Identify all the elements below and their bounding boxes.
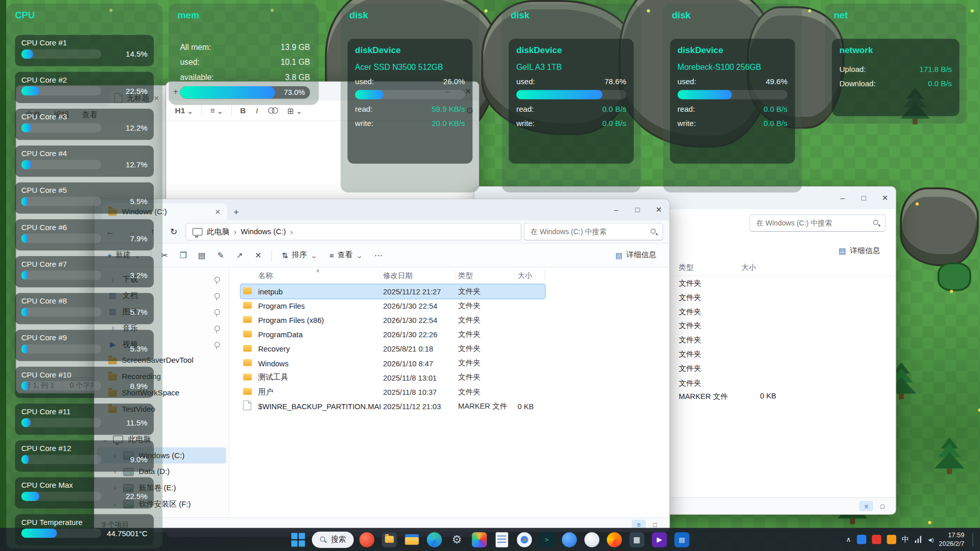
- file-row[interactable]: 用户 2025/11/8 10:37 文件夹: [240, 385, 545, 399]
- column-type[interactable]: 类型: [679, 263, 694, 273]
- minimize-icon[interactable]: –: [832, 187, 853, 209]
- delete-icon[interactable]: ✕: [250, 247, 267, 263]
- taskbar-steam[interactable]: [583, 531, 601, 549]
- list-button[interactable]: ≡ ⌄: [207, 104, 227, 117]
- view-icon: ≡: [330, 251, 334, 260]
- cpu-temperature-row: CPU Temperature 44.75001°C: [15, 514, 154, 545]
- column-size[interactable]: 大小: [515, 270, 545, 281]
- desktop: 无标题 ✕ 文件 编辑 查看 行 1, 列 1 0 个字符 + – ✕ H1 ⌄: [0, 0, 980, 551]
- heading-button[interactable]: H1 ⌄: [172, 104, 198, 117]
- taskbar-browser-blue[interactable]: [560, 531, 579, 549]
- italic-button[interactable]: I: [252, 104, 262, 116]
- chevron-down-icon: ⌄: [311, 251, 317, 260]
- column-name[interactable]: ∧ 名称: [256, 270, 381, 281]
- taskbar-clock[interactable]: 17:59 2026/2/7: [939, 531, 964, 548]
- thumbnail-view-toggle[interactable]: □: [876, 501, 890, 511]
- chevron-down-icon: ⌄: [187, 106, 193, 115]
- file-row[interactable]: 测试工具 2025/11/8 13:01 文件夹: [240, 370, 545, 385]
- new-tab-button[interactable]: +: [227, 203, 246, 220]
- breadcrumb-this-pc[interactable]: 此电脑: [207, 227, 229, 237]
- breadcrumb[interactable]: 此电脑 › Windows (C:) ›: [186, 223, 522, 240]
- widget-title: net: [834, 9, 848, 20]
- disk-device-name: Acer SSD N3500 512GB: [355, 62, 465, 71]
- taskbar-edge[interactable]: [425, 531, 444, 549]
- taskbar-firefox[interactable]: [605, 531, 624, 549]
- system-tray: ∧ 中 ◄) 17:59 2026/2/7: [846, 528, 975, 551]
- close-icon[interactable]: ✕: [648, 199, 670, 221]
- taskbar-notepad[interactable]: [493, 531, 511, 549]
- cpu-core-row: CPU Core #8 5.7%: [15, 293, 154, 324]
- show-desktop-button[interactable]: [972, 533, 975, 546]
- copy-icon[interactable]: ❐: [175, 247, 192, 263]
- tray-app-icon-blue[interactable]: [856, 535, 866, 544]
- tray-app-icon-red[interactable]: [872, 535, 881, 544]
- taskbar-file-explorer[interactable]: [403, 531, 421, 549]
- minimize-icon[interactable]: –: [606, 199, 627, 221]
- maximize-icon[interactable]: □: [853, 187, 874, 209]
- folder-icon: [243, 302, 252, 308]
- bold-button[interactable]: B: [236, 104, 250, 116]
- details-view-button[interactable]: ▤ 详细信息: [610, 247, 662, 264]
- share-icon[interactable]: ↗: [231, 247, 248, 263]
- sort-button[interactable]: ⇅ 排序 ⌄: [276, 247, 323, 264]
- file-row[interactable]: Recovery 2025/8/21 0:18 文件夹: [240, 342, 545, 356]
- cpu-core-row: CPU Core #7 3.2%: [15, 256, 154, 287]
- taskbar-settings[interactable]: ⚙: [448, 531, 466, 549]
- list-view-toggle[interactable]: ≡: [860, 501, 873, 511]
- taskbar-app-dark-folder[interactable]: [380, 531, 399, 549]
- taskbar-chrome[interactable]: [516, 531, 534, 549]
- cpu-core-row: CPU Core #12 9.0%: [15, 440, 154, 471]
- refresh-icon[interactable]: ↻: [164, 223, 183, 240]
- search-input[interactable]: [755, 219, 869, 228]
- cpu-core-row: CPU Core Max 22.5%: [15, 478, 154, 509]
- tray-mail-icon[interactable]: [887, 535, 896, 544]
- view-button[interactable]: ≡ 查看 ⌄: [324, 247, 369, 264]
- file-row[interactable]: Program Files (x86) 2026/1/30 22:54 文件夹: [240, 313, 545, 327]
- link-button[interactable]: [264, 106, 281, 116]
- disk-device-card: diskDevice Morebeck-S100 256GB used:49.6…: [670, 39, 795, 164]
- ime-indicator[interactable]: 中: [902, 534, 910, 545]
- taskbar-media-player[interactable]: ▶: [650, 531, 669, 549]
- chevron-right-icon: ›: [290, 227, 293, 236]
- taskbar-calculator[interactable]: ▦: [628, 531, 646, 549]
- details-view-button[interactable]: ▤ 详细信息: [833, 239, 886, 262]
- tab-close-icon[interactable]: ✕: [215, 208, 220, 216]
- bush: [938, 262, 971, 291]
- titlebar: Windows (C:) ✕ + – □ ✕: [94, 199, 670, 221]
- tray-chevron-up-icon[interactable]: ∧: [846, 535, 851, 543]
- search-box[interactable]: [524, 223, 663, 240]
- network-monitor-widget: net network Upload:171.8 B/s Download:0.…: [825, 4, 966, 123]
- taskbar-photos[interactable]: [470, 531, 488, 549]
- window-controls: – □ ✕: [606, 199, 670, 221]
- maximize-icon[interactable]: □: [627, 199, 648, 221]
- usage-bar: [21, 381, 102, 390]
- column-size[interactable]: 大小: [741, 263, 756, 273]
- file-row[interactable]: ProgramData 2026/1/30 22:26 文件夹: [240, 328, 545, 342]
- search-input[interactable]: [529, 228, 646, 236]
- widget-title: CPU: [15, 9, 35, 20]
- file-row[interactable]: Program Files 2026/1/30 22:54 文件夹: [240, 298, 545, 313]
- file-row[interactable]: $WINRE_BACKUP_PARTITION.MARKER 2025/11/1…: [240, 399, 545, 413]
- disk-usage-bar: [677, 90, 788, 99]
- column-type[interactable]: 类型: [456, 270, 515, 281]
- paste-icon[interactable]: ▤: [193, 247, 210, 263]
- disk-device-card: diskDevice GeIL A3 1TB used:78.6% read:0…: [509, 39, 634, 164]
- chevron-down-icon: ⌄: [296, 106, 302, 115]
- close-icon[interactable]: ✕: [874, 187, 896, 209]
- column-date[interactable]: 修改日期: [381, 270, 456, 281]
- taskbar-app-red[interactable]: [358, 531, 376, 549]
- taskbar-devtools[interactable]: ▤: [673, 531, 691, 549]
- search-box[interactable]: [749, 214, 886, 232]
- taskbar-terminal[interactable]: ＞: [538, 531, 556, 549]
- more-icon[interactable]: ⋯: [370, 247, 387, 263]
- rename-icon[interactable]: ✎: [212, 247, 229, 263]
- photos-icon: [472, 532, 486, 547]
- taskbar-search[interactable]: 搜索: [311, 531, 353, 547]
- breadcrumb-drive-c[interactable]: Windows (C:): [241, 228, 286, 236]
- file-row[interactable]: inetpub 2025/11/12 21:27 文件夹: [240, 284, 545, 298]
- table-button[interactable]: ⊞ ⌄: [284, 104, 306, 117]
- volume-icon[interactable]: ◄): [927, 536, 933, 542]
- file-row[interactable]: Windows 2026/1/10 8:47 文件夹: [240, 356, 545, 370]
- start-button[interactable]: [289, 531, 307, 549]
- network-icon[interactable]: [915, 536, 921, 543]
